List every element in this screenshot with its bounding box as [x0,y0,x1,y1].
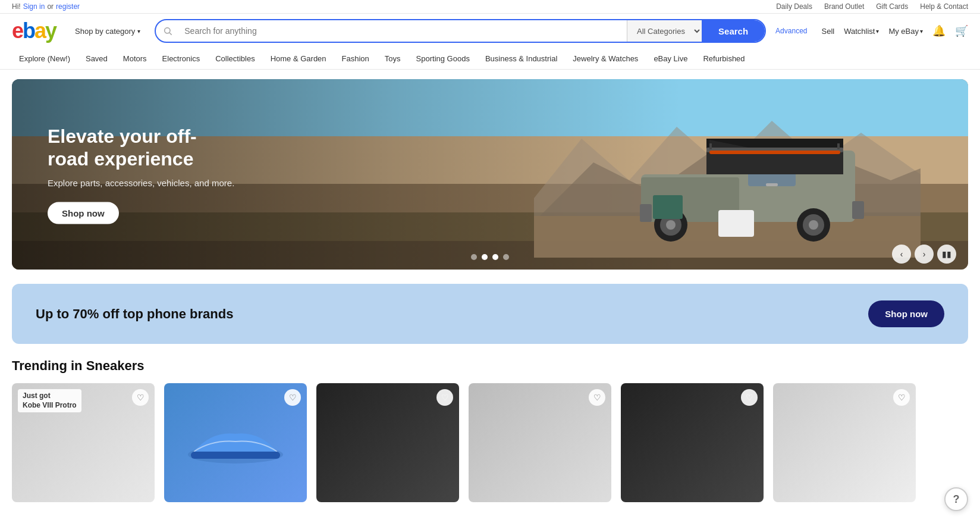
nav-item-sporting-goods[interactable]: Sporting Goods [409,48,477,69]
sneaker-card-1: Just gotKobe VIII Protro ♡ [12,383,155,502]
svg-rect-22 [837,143,840,149]
card-heart-6[interactable]: ♡ [893,389,910,406]
header: ebay Shop by category ▾ All Categories S… [0,14,980,48]
nav-item-home-garden[interactable]: Home & Garden [263,48,334,69]
svg-rect-21 [709,143,712,149]
sell-link[interactable]: Sell [821,27,834,36]
signin-link[interactable]: Sign in [23,2,45,11]
search-bar: All Categories Search [155,19,766,43]
gift-cards-link[interactable]: Gift Cards [876,2,908,11]
carousel-dots [471,254,509,260]
trending-title: Trending in Sneakers [12,358,968,374]
nav-item-saved[interactable]: Saved [78,48,115,69]
promo-banner: Up to 70% off top phone brands Shop now [12,284,968,344]
nav-item-motors[interactable]: Motors [116,48,154,69]
watchlist-label: Watchlist [844,27,875,36]
sneaker-svg-2 [182,419,289,466]
search-icon [156,20,180,42]
nav-item-electronics[interactable]: Electronics [155,48,208,69]
hero-title: Elevate your off-road experience [48,125,226,171]
card-heart-1[interactable]: ♡ [132,389,149,406]
nav-item-collectibles[interactable]: Collectibles [208,48,262,69]
shop-by-category-label: Shop by category [75,27,135,36]
chevron-down-icon: ▾ [920,28,923,35]
sneaker-card-2: ♡ [164,383,307,502]
cards-row: Just gotKobe VIII Protro ♡ ♡ ♡ ♡ [12,383,968,502]
hero-truck-image [534,91,921,258]
sneaker-card-4: ♡ [469,383,611,502]
nav-item-business-industrial[interactable]: Business & Industrial [478,48,564,69]
logo-b: b [23,18,34,43]
card-label-1: Just gotKobe VIII Protro [18,389,81,412]
logo-e: e [12,18,23,43]
search-button[interactable]: Search [702,20,765,42]
hero-shop-now-button[interactable]: Shop now [48,202,119,224]
carousel-dot-1[interactable] [471,254,477,260]
svg-rect-26 [766,183,778,186]
card-heart-3[interactable]: ♡ [436,389,453,406]
chevron-down-icon: ▾ [876,28,879,35]
header-actions: Sell Watchlist ▾ My eBay ▾ 🔔 🛒 [821,24,968,37]
carousel-prev-button[interactable]: ‹ [892,245,911,264]
svg-rect-24 [640,204,652,222]
chevron-down-icon: ▾ [137,28,140,35]
truck-svg [534,91,921,258]
carousel-pause-button[interactable]: ▮▮ [937,245,956,264]
myebay-label: My eBay [888,27,919,36]
or-label: or [47,2,54,11]
nav-item-explore[interactable]: Explore (New!) [12,48,77,69]
svg-rect-18 [718,210,754,237]
promo-text: Up to 70% off top phone brands [36,306,233,322]
notifications-button[interactable]: 🔔 [932,24,946,37]
sneaker-card-3: ♡ [316,383,459,502]
carousel-controls: ‹ › ▮▮ [892,245,956,264]
logo[interactable]: ebay [12,18,56,43]
logo-y: y [45,18,56,43]
help-contact-link[interactable]: Help & Contact [920,2,968,11]
svg-point-17 [809,220,818,230]
shop-by-category-button[interactable]: Shop by category ▾ [70,23,145,39]
svg-rect-23 [709,151,840,154]
sneaker-card-5: ♡ [621,383,764,502]
svg-point-14 [666,220,676,230]
nav-item-jewelry-watches[interactable]: Jewelry & Watches [566,48,645,69]
brand-outlet-link[interactable]: Brand Outlet [824,2,864,11]
carousel-dot-4[interactable] [503,254,509,260]
svg-rect-28 [191,452,280,459]
nav-item-ebay-live[interactable]: eBay Live [646,48,695,69]
carousel-next-button[interactable]: › [915,245,934,264]
top-bar: Hi! Sign in or register Daily Deals Bran… [0,0,980,14]
nav-item-fashion[interactable]: Fashion [335,48,376,69]
svg-rect-25 [852,201,864,219]
advanced-link[interactable]: Advanced [775,27,807,35]
svg-rect-19 [653,195,683,219]
logo-a: a [34,18,45,43]
category-dropdown[interactable]: All Categories [627,20,702,42]
hi-label: Hi! [12,2,21,11]
help-button[interactable]: ? [944,487,968,511]
daily-deals-link[interactable]: Daily Deals [776,2,812,11]
carousel-dot-3[interactable] [492,254,498,260]
hero-banner: Elevate your off-road experience Explore… [12,79,968,270]
promo-shop-now-button[interactable]: Shop now [868,300,944,327]
main-nav: Explore (New!) Saved Motors Electronics … [0,48,980,70]
trending-section: Trending in Sneakers Just gotKobe VIII P… [12,358,968,502]
card-heart-5[interactable]: ♡ [741,389,758,406]
svg-line-1 [169,33,172,35]
search-input[interactable] [180,20,627,42]
hero-subtitle: Explore parts, accessories, vehicles, an… [48,177,234,187]
top-links: Daily Deals Brand Outlet Gift Cards Help… [776,2,968,11]
register-link[interactable]: register [56,2,80,11]
card-heart-4[interactable]: ♡ [589,389,605,406]
svg-point-0 [165,28,170,33]
cart-button[interactable]: 🛒 [955,24,968,37]
watchlist-button[interactable]: Watchlist ▾ [844,27,879,36]
sneaker-card-6: ♡ [773,383,916,502]
hero-content: Elevate your off-road experience Explore… [48,125,234,224]
logo-text: ebay [12,18,56,43]
nav-item-toys[interactable]: Toys [378,48,408,69]
carousel-dot-2[interactable] [482,254,488,260]
card-heart-2[interactable]: ♡ [284,389,301,406]
nav-item-refurbished[interactable]: Refurbished [696,48,752,69]
myebay-button[interactable]: My eBay ▾ [888,27,923,36]
